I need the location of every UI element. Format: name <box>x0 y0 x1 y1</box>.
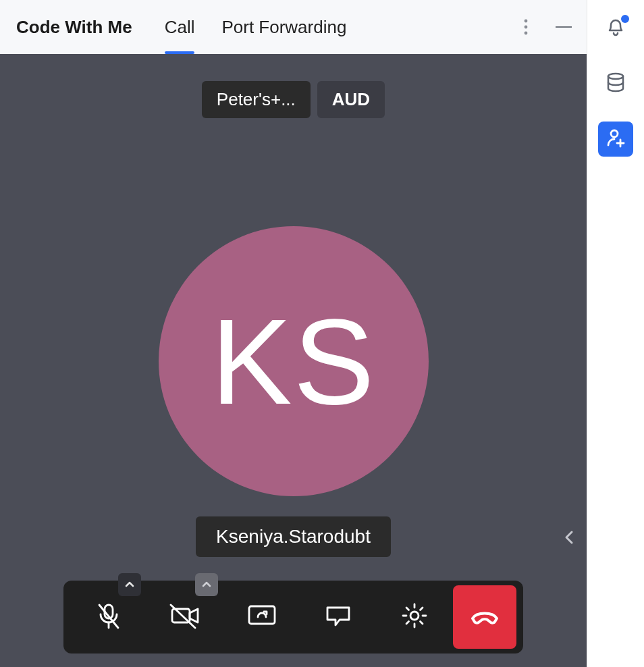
collapse-panel-icon[interactable] <box>558 527 580 548</box>
share-screen-button[interactable] <box>223 585 300 649</box>
camera-off-icon <box>168 601 202 633</box>
session-pill-secondary[interactable]: AUD <box>317 81 385 118</box>
session-pill-primary-label: Peter's+... <box>217 89 296 110</box>
database-icon <box>604 71 627 97</box>
participant-name-label: Kseniya.Starodubt <box>216 526 371 547</box>
participant-pills: Peter's+... AUD <box>0 81 587 118</box>
svg-point-12 <box>611 130 618 137</box>
svg-point-0 <box>525 20 528 23</box>
app-title: Code With Me <box>16 17 132 38</box>
svg-point-10 <box>410 612 419 620</box>
person-add-icon <box>604 126 627 152</box>
tabs: Call Port Forwarding <box>165 0 516 54</box>
chat-icon <box>323 602 353 632</box>
participant-name-badge: Kseniya.Starodubt <box>196 516 391 557</box>
tab-port-forwarding-label: Port Forwarding <box>221 17 346 38</box>
minimize-icon[interactable] <box>554 18 573 36</box>
tab-call-label: Call <box>165 17 195 38</box>
session-pill-primary[interactable]: Peter's+... <box>202 81 311 118</box>
svg-marker-7 <box>190 609 198 622</box>
call-toolbar <box>63 581 523 653</box>
avatar: KS <box>159 226 429 496</box>
more-options-icon[interactable] <box>516 18 535 36</box>
tab-call[interactable]: Call <box>165 0 195 54</box>
participant-display: KS Kseniya.Starodubt <box>0 226 587 557</box>
add-participant-button[interactable] <box>598 122 633 157</box>
microphone-button[interactable] <box>70 585 146 649</box>
call-area: Peter's+... AUD KS Kseniya.Starodubt <box>0 54 587 667</box>
svg-point-1 <box>525 26 528 29</box>
database-button[interactable] <box>598 66 633 101</box>
tab-port-forwarding[interactable]: Port Forwarding <box>221 0 346 54</box>
svg-rect-9 <box>249 606 275 624</box>
camera-button[interactable] <box>146 585 223 649</box>
svg-point-11 <box>608 74 623 79</box>
hangup-icon <box>467 598 502 636</box>
notifications-button[interactable] <box>598 11 633 46</box>
right-rail <box>587 0 644 667</box>
notification-dot-icon <box>621 15 629 23</box>
header: Code With Me Call Port Forwarding <box>0 0 587 54</box>
share-screen-icon <box>246 602 277 632</box>
hangup-button[interactable] <box>453 585 516 649</box>
chat-button[interactable] <box>300 585 376 649</box>
microphone-options-chevron-icon[interactable] <box>118 573 141 596</box>
avatar-initials: KS <box>211 292 375 431</box>
settings-button[interactable] <box>377 585 453 649</box>
header-actions <box>516 18 573 36</box>
gear-icon <box>400 602 429 633</box>
camera-options-chevron-icon[interactable] <box>195 573 218 596</box>
session-pill-secondary-label: AUD <box>332 89 370 110</box>
svg-point-2 <box>525 32 528 35</box>
microphone-muted-icon <box>94 601 124 633</box>
